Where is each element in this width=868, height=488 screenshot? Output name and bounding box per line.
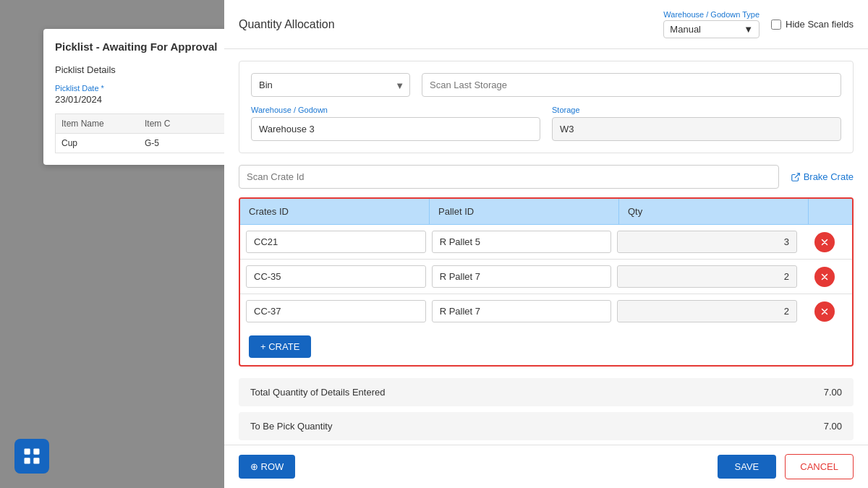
table-row: [240, 294, 852, 328]
qty-input-3[interactable]: [617, 300, 797, 322]
scan-crate-input[interactable]: [239, 165, 779, 189]
svg-rect-0: [25, 449, 30, 455]
crate-id-input-2[interactable]: [246, 265, 426, 288]
storage-group: Storage: [552, 106, 841, 141]
to-be-pick-row: To Be Pick Quantity 7.00: [239, 412, 854, 440]
col-header-pallet-id: Pallet ID: [430, 199, 619, 224]
qty-input-2[interactable]: [617, 265, 797, 288]
hide-scan-label: Hide Scan fields: [786, 19, 854, 30]
background-picklist-panel: Picklist - Awaiting For Approval Picklis…: [43, 29, 246, 165]
add-row-button[interactable]: ⊕ ROW: [239, 455, 295, 479]
modal-footer: ⊕ ROW SAVE CANCEL: [224, 445, 868, 488]
brake-crate-button[interactable]: Brake Crate: [791, 171, 854, 182]
pallet-id-input-2[interactable]: [432, 265, 612, 288]
external-link-icon: [791, 172, 801, 182]
chevron-down-icon: ▼: [744, 24, 753, 35]
modal-header-right: Warehouse / Godown Type Manual ▼ Hide Sc…: [663, 10, 854, 38]
close-icon: [820, 307, 830, 317]
svg-line-4: [794, 173, 799, 177]
picklist-date-value: 23/01/2024: [55, 94, 234, 105]
warehouse-godown-group: Warehouse / Godown: [251, 106, 540, 141]
modal-header: Quantity Allocation Warehouse / Godown T…: [224, 0, 868, 49]
crate-id-input-1[interactable]: [246, 231, 426, 253]
delete-row-button-2[interactable]: [814, 267, 835, 287]
bg-item-name: Cup: [61, 138, 145, 148]
warehouse-godown-type-group: Warehouse / Godown Type Manual ▼: [663, 10, 760, 38]
svg-rect-3: [33, 458, 39, 463]
footer-right: SAVE CANCEL: [718, 454, 854, 479]
modal-body: Bin ▼ Warehouse / Godown Storage: [224, 49, 868, 445]
bin-select[interactable]: Bin: [251, 73, 410, 97]
save-button[interactable]: SAVE: [718, 455, 777, 479]
bg-table-row: Cup G-5: [55, 134, 234, 153]
crates-table-container: Crates ID Pallet ID Qty: [239, 197, 854, 367]
svg-rect-2: [25, 458, 30, 463]
close-icon: [820, 272, 830, 282]
crate-id-input-3[interactable]: [246, 300, 426, 322]
bg-table-header: Item Name Item C: [55, 114, 234, 134]
table-row: [240, 225, 852, 260]
grid-icon: [22, 446, 42, 466]
pallet-id-input-1[interactable]: [432, 231, 612, 253]
add-crate-button[interactable]: + CRATE: [249, 335, 311, 358]
warehouse-godown-type-value: Manual: [670, 24, 701, 35]
total-quantity-label: Total Quantity of Details Entered: [250, 387, 385, 398]
bg-col-item-name: Item Name: [61, 119, 145, 129]
storage-row-2: Warehouse / Godown Storage: [251, 106, 841, 141]
table-row: [240, 260, 852, 294]
bg-col-item-code: Item C: [145, 119, 228, 129]
scan-last-storage-input[interactable]: [422, 73, 841, 97]
bg-item-code: G-5: [145, 138, 228, 148]
hide-scan-checkbox[interactable]: [771, 20, 781, 30]
total-quantity-row: Total Quantity of Details Entered 7.00: [239, 378, 854, 406]
delete-row-button-1[interactable]: [814, 232, 835, 252]
brake-crate-label: Brake Crate: [804, 171, 854, 182]
modal: Quantity Allocation Warehouse / Godown T…: [224, 0, 868, 488]
scan-crate-row: Brake Crate: [239, 165, 854, 189]
add-crate-row: + CRATE: [240, 328, 852, 365]
warehouse-godown-type-label: Warehouse / Godown Type: [663, 10, 760, 19]
bin-field-group: Bin ▼: [251, 73, 410, 97]
storage-label: Storage: [552, 106, 841, 114]
storage-input[interactable]: [552, 117, 841, 141]
delete-row-button-3[interactable]: [814, 301, 835, 322]
app-icon[interactable]: [14, 439, 49, 474]
crates-table-header: Crates ID Pallet ID Qty: [240, 199, 852, 225]
svg-rect-1: [33, 449, 39, 455]
close-icon: [820, 237, 830, 247]
scan-last-storage-group: [422, 73, 841, 97]
warehouse-godown-input[interactable]: [251, 117, 540, 141]
total-quantity-value: 7.00: [824, 387, 842, 398]
col-header-qty: Qty: [619, 199, 809, 224]
picklist-details-label: Picklist Details: [55, 64, 234, 75]
warehouse-godown-type-select[interactable]: Manual ▼: [663, 20, 760, 38]
storage-row-1: Bin ▼: [251, 73, 841, 97]
picklist-date-label: Picklist Date *: [55, 84, 234, 93]
pallet-id-input-3[interactable]: [432, 300, 612, 322]
to-be-pick-label: To Be Pick Quantity: [250, 421, 332, 432]
to-be-pick-value: 7.00: [824, 421, 842, 432]
storage-section: Bin ▼ Warehouse / Godown Storage: [239, 61, 854, 153]
hide-scan-group: Hide Scan fields: [771, 19, 854, 30]
crates-table-body: [240, 225, 852, 328]
modal-title: Quantity Allocation: [239, 18, 335, 31]
col-header-crates-id: Crates ID: [240, 199, 430, 224]
cancel-button[interactable]: CANCEL: [785, 454, 854, 479]
warehouse-godown-label: Warehouse / Godown: [251, 106, 540, 114]
col-header-actions: [809, 199, 852, 224]
picklist-title: Picklist - Awaiting For Approval: [55, 40, 234, 53]
qty-input-1[interactable]: [617, 231, 797, 253]
